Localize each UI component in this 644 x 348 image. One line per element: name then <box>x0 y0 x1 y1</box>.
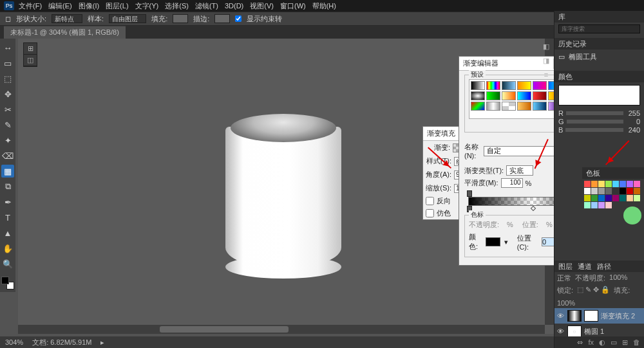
eraser-tool[interactable]: ⌫ <box>1 149 14 162</box>
marquee-tool[interactable]: ▭ <box>1 57 14 69</box>
menu-image[interactable]: 图像(I) <box>77 1 101 11</box>
menu-type[interactable]: 文字(Y) <box>133 1 161 11</box>
preset-swatch[interactable] <box>471 81 485 90</box>
brush-tool[interactable]: ✎ <box>1 118 14 131</box>
mask-icon[interactable]: ◐ <box>599 338 605 347</box>
type-select[interactable]: 实底 <box>506 165 533 176</box>
scrollbar-horizontal[interactable] <box>18 325 545 334</box>
swatch[interactable] <box>605 195 612 201</box>
reverse-checkbox[interactable] <box>426 197 434 205</box>
zoom-tool[interactable]: 🔍 <box>1 257 14 270</box>
g-value[interactable]: 0 <box>626 118 640 125</box>
gradient-tool[interactable]: ▦ <box>1 165 14 178</box>
path-tool[interactable]: ▲ <box>1 226 14 239</box>
opacity-stop-left[interactable] <box>467 190 472 197</box>
swatch[interactable] <box>598 181 605 187</box>
color-picker[interactable] <box>558 85 640 105</box>
swatch[interactable] <box>620 195 626 201</box>
menu-filter[interactable]: 滤镜(T) <box>193 1 220 11</box>
swatch[interactable] <box>591 195 598 201</box>
swatch[interactable] <box>584 188 591 194</box>
layers-tab[interactable]: 图层 <box>558 262 573 271</box>
swatch[interactable] <box>605 202 612 208</box>
preset-swatch[interactable] <box>486 102 500 111</box>
fill-swatch[interactable] <box>173 14 188 23</box>
fill-value[interactable]: 100% <box>557 299 575 307</box>
swatch[interactable] <box>634 181 640 187</box>
folder-icon[interactable]: ▭ <box>611 338 617 347</box>
midpoint-marker[interactable] <box>531 206 536 211</box>
swatch[interactable] <box>598 188 605 194</box>
preset-swatch[interactable] <box>533 102 547 111</box>
lib-tab[interactable]: 库 <box>558 12 565 22</box>
preset-swatch[interactable] <box>533 91 547 100</box>
panel-icon[interactable]: ≡ <box>541 69 551 80</box>
swatch[interactable] <box>598 195 605 201</box>
color-swatch[interactable] <box>486 237 500 246</box>
swatch[interactable] <box>591 202 598 208</box>
heal-tool[interactable]: ✦ <box>1 134 14 147</box>
swatch[interactable] <box>605 181 612 187</box>
slice-tool[interactable]: ✂ <box>1 103 14 116</box>
swatch[interactable] <box>591 188 598 194</box>
swatch[interactable] <box>627 188 633 194</box>
preset-swatch[interactable] <box>471 102 485 111</box>
constrain-checkbox[interactable] <box>235 15 242 22</box>
nav-icon[interactable]: ◫ <box>24 55 37 66</box>
lasso-tool[interactable]: ⬚ <box>1 72 14 85</box>
swatch-tab[interactable]: 色板 <box>586 169 600 178</box>
channels-tab[interactable]: 通道 <box>578 262 592 271</box>
swatch[interactable] <box>598 202 605 208</box>
fg-bg-colors[interactable] <box>1 277 14 289</box>
preset-swatch[interactable] <box>486 91 500 100</box>
shape-tool[interactable]: ⧉ <box>1 180 14 193</box>
document-tab[interactable]: 未标题-1 @ 304% (椭圆 1, RGB/8) <box>4 26 126 39</box>
menu-view[interactable]: 视图(V) <box>248 1 276 11</box>
swatch[interactable] <box>620 188 626 194</box>
preset-swatch[interactable] <box>502 102 516 111</box>
swatch[interactable] <box>627 181 633 187</box>
menu-edit[interactable]: 编辑(E) <box>46 1 74 11</box>
stroke-swatch[interactable] <box>214 14 230 23</box>
trash-icon[interactable]: 🗑 <box>633 338 640 346</box>
preset-swatch[interactable] <box>471 91 485 100</box>
menu-help[interactable]: 帮助(H) <box>310 1 338 11</box>
history-item[interactable]: ▭椭圆工具 <box>554 50 644 64</box>
r-value[interactable]: 255 <box>626 109 640 117</box>
crop-tool[interactable]: ✥ <box>1 87 14 100</box>
swatch[interactable] <box>612 195 619 201</box>
blend-mode[interactable]: 正常 <box>557 273 571 283</box>
layer-row[interactable]: 👁渐变填充 2 <box>554 308 644 324</box>
nav-icon[interactable]: ⊞ <box>24 43 37 55</box>
panel-icon[interactable]: ◧ <box>541 41 551 51</box>
menu-layer[interactable]: 图层(L) <box>104 1 130 11</box>
zoom-level[interactable]: 304% <box>5 338 23 346</box>
add-fab[interactable] <box>623 206 641 224</box>
swatch[interactable] <box>627 195 633 201</box>
hand-tool[interactable]: ✋ <box>1 242 14 255</box>
link-icon[interactable]: ⇔ <box>577 338 583 347</box>
move-tool[interactable]: ↔ <box>1 41 14 54</box>
preset-swatch[interactable] <box>517 102 531 111</box>
menu-select[interactable]: 选择(S) <box>163 1 191 11</box>
dither-checkbox[interactable] <box>426 209 434 217</box>
type-tool[interactable]: T <box>1 211 14 224</box>
color-tab[interactable]: 颜色 <box>558 72 573 82</box>
pen-tool[interactable]: ✒ <box>1 196 14 208</box>
preset-swatch[interactable] <box>517 91 531 100</box>
preset-swatch[interactable] <box>533 81 547 90</box>
lib-search[interactable] <box>558 24 640 33</box>
menu-3d[interactable]: 3D(D) <box>223 2 245 10</box>
swatch[interactable] <box>584 181 591 187</box>
smooth-input[interactable]: 100 <box>501 178 523 188</box>
swatch[interactable] <box>634 195 640 201</box>
swatch[interactable] <box>584 195 591 201</box>
history-tab[interactable]: 历史记录 <box>558 39 587 49</box>
swatch[interactable] <box>612 188 619 194</box>
swatch[interactable] <box>620 181 626 187</box>
preset-swatch[interactable] <box>502 81 516 90</box>
paths-tab[interactable]: 路径 <box>597 262 611 271</box>
swatch[interactable] <box>634 188 640 194</box>
menu-window[interactable]: 窗口(W) <box>278 1 308 11</box>
menu-file[interactable]: 文件(F) <box>17 1 44 11</box>
